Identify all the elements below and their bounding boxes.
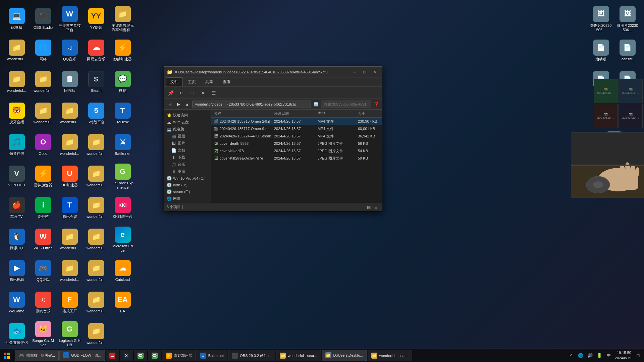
start-button[interactable] — [0, 349, 13, 362]
col-type[interactable]: 类型 — [315, 111, 355, 116]
sidebar-item-quick[interactable]: ⭐ 快速访问 — [164, 112, 211, 119]
undo-button[interactable]: ↩ — [177, 88, 186, 98]
taskbar-item-miaomiao[interactable]: ⚡ 奇妙加速器 — [162, 350, 196, 361]
sidebar-item-desktop[interactable]: 🖥 桌面 — [164, 168, 211, 175]
forward-button[interactable]: ▶ — [175, 101, 182, 108]
sidebar-item-doc[interactable]: 📄 文档 — [164, 147, 211, 154]
icon-wonderful15[interactable]: 📁 wonderful... — [84, 319, 109, 349]
icon-wonderful6[interactable]: 📁 wonderful... — [57, 130, 82, 160]
taskbar-item-steam-task[interactable]: S — [120, 350, 133, 361]
icon-todesk[interactable]: T ToDesk — [110, 99, 135, 129]
icon-appletv[interactable]: 🍎 苹果TV — [4, 193, 29, 223]
taskbar-item-wonderful2[interactable]: 📁 wonderful - sear... — [368, 350, 412, 361]
photo-thumb-1[interactable]: 📸 20240818-... — [594, 79, 618, 103]
sidebar-item-network[interactable]: 🌐 网络 — [164, 195, 211, 202]
properties-button[interactable]: ☰ — [209, 88, 218, 98]
icon-vgnhub[interactable]: V VGN HUB — [4, 162, 29, 192]
icon-chaogou[interactable]: ♫ 潮购音乐 — [31, 288, 56, 318]
icon-wonderful7[interactable]: 📁 wonderful... — [84, 130, 109, 160]
icon-tengxunssp[interactable]: ▶ 腾讯视频 — [4, 256, 29, 286]
icon-tengxun-hy[interactable]: T 腾讯会议 — [57, 193, 82, 223]
delete-button[interactable]: ✕ — [198, 88, 208, 98]
file-row-2[interactable]: 🎬 20240426-135724--4-KillStreakAchv-... … — [211, 132, 382, 140]
file-row-3[interactable]: 🖼 cover-death-5868 2024/4/26 13:57 JPEG … — [211, 140, 382, 147]
icon-wegame[interactable]: W WeGame — [4, 288, 29, 318]
taskbar-item-wonderful1[interactable]: 📁 wonderful - sear... — [276, 350, 321, 361]
icon-huya[interactable]: 🐯 虎牙直播 — [4, 99, 29, 129]
icon-kk[interactable]: KK! KK对战平台 — [110, 193, 135, 223]
tab-share[interactable]: 共享 — [201, 77, 218, 86]
photo-thumb-2[interactable]: 📸 20240818-... — [619, 79, 643, 103]
icon-wonderful4[interactable]: 📁 wonderful... — [31, 99, 56, 129]
icon-ningbo[interactable]: 📁 宁波新兴纪元汽车销售有... — [110, 4, 135, 34]
back-button[interactable]: ◀ — [166, 101, 173, 108]
icon-wonderful13[interactable]: 📁 wonderful... — [84, 256, 109, 286]
taskbar-item-weixin2[interactable]: 💬 — [148, 350, 161, 361]
icon-qqmusic[interactable]: ♫ QQ音乐 — [57, 36, 82, 66]
grid-view-button[interactable]: ⊞ — [373, 204, 379, 210]
col-size[interactable]: 大小 — [355, 111, 382, 116]
sidebar-item-pic[interactable]: 🖼 图片 — [164, 140, 211, 147]
taskbar-item-obs[interactable]: ⚫ OBS 29.0.2 (64-b... — [228, 350, 275, 361]
tab-home[interactable]: 主页 — [183, 77, 200, 86]
sidebar-item-wps[interactable]: ☁ WPS云盘 — [164, 119, 211, 126]
tray-volume-icon[interactable]: 🔊 — [587, 352, 593, 359]
icon-ea[interactable]: EA EA — [110, 288, 135, 318]
sidebar-item-video[interactable]: 📹 视频 — [164, 133, 211, 140]
tray-chevron[interactable]: ^ — [568, 352, 575, 359]
sidebar-item-music[interactable]: 🎵 音乐 — [164, 161, 211, 168]
file-row-5[interactable]: 🖼 cover-KillStreakAchv-7d7e 2024/4/26 13… — [211, 155, 382, 162]
redo-button[interactable]: ↪ — [187, 88, 197, 98]
icon-logitechg[interactable]: G Logitech G HUB — [57, 319, 82, 349]
icon-wanmei[interactable]: W 完美世界竞技平台 — [57, 4, 82, 34]
icon-wonderful8[interactable]: 📁 wonderful... — [84, 162, 109, 192]
taskbar-item-darkcore[interactable]: 🎮 暗黑核 - 暗黑破... — [15, 350, 59, 361]
icon-miaomiao[interactable]: ⚡ 妙妙加速器 — [110, 36, 135, 66]
sidebar-item-win10[interactable]: 💽 Win 10 Pro x64 (C:) — [164, 175, 211, 182]
help-button[interactable]: ❓ — [373, 101, 380, 108]
icon-wonderful11[interactable]: 📁 wonderful... — [84, 225, 109, 255]
icon-tengxunqq[interactable]: 🐧 腾讯QQ — [4, 225, 29, 255]
icon-qidong[interactable]: 📄 启动项 — [588, 36, 613, 66]
icon-canshu[interactable]: 📄 canshu — [615, 36, 640, 66]
icon-wonderful3[interactable]: 📁 wonderful... — [31, 67, 56, 97]
icon-battlenet[interactable]: ⚔ Battle.net — [110, 130, 135, 160]
tray-network-icon[interactable]: 🌐 — [577, 352, 584, 359]
icon-5v5[interactable]: 5 5对战平台 — [84, 99, 109, 129]
tray-battery-icon[interactable]: 🔋 — [596, 352, 603, 359]
taskbar-item-netease[interactable]: ☁ — [106, 350, 119, 361]
icon-wonderful14[interactable]: 📁 wonderful... — [84, 288, 109, 318]
sidebar-item-download[interactable]: ⬇ 下载 — [164, 154, 211, 161]
tab-view[interactable]: 查看 — [218, 77, 235, 86]
icon-uu[interactable]: U UU加速器 — [57, 162, 82, 192]
close-button[interactable]: ✕ — [370, 69, 379, 75]
icon-obs[interactable]: ⚫ OBS Studio — [31, 4, 56, 34]
icon-wonderful1[interactable]: 📁 wonderful... — [4, 36, 29, 66]
icon-steam[interactable]: S Steam — [84, 67, 109, 97]
icon-edge[interactable]: e Microsoft Edge — [110, 225, 135, 255]
icon-weitutu2[interactable]: 🖼 微图片20230506... — [615, 4, 640, 34]
icon-wonderful10[interactable]: 📁 wonderful... — [57, 225, 82, 255]
pin-button[interactable]: 📌 — [166, 88, 175, 98]
file-row-4[interactable]: 🖼 cover-kill-ed78 2024/4/26 13:57 JPEG 图… — [211, 147, 382, 155]
col-date[interactable]: 修改日期 — [271, 111, 315, 116]
icon-weitutu1[interactable]: 🖼 微图片20230505... — [588, 4, 613, 34]
col-name[interactable]: 名称 — [211, 111, 271, 116]
up-button[interactable]: ▲ — [183, 101, 191, 108]
icon-diandianao[interactable]: 💻 此电脑 — [4, 4, 29, 34]
photo-thumb-4[interactable]: 📸 20240429-... — [619, 104, 643, 128]
file-row-1[interactable]: 🎬 20240426-135717-Omen-9-death-45ff 2024… — [211, 125, 382, 132]
sidebar-item-steam-drive[interactable]: 💽 steam (E:) — [164, 188, 211, 195]
icon-geforce[interactable]: G GeForce Experience — [110, 162, 135, 192]
sidebar-item-thispc[interactable]: 💻 此电脑 — [164, 126, 211, 133]
icon-wps[interactable]: W WPS Office — [31, 225, 56, 255]
icon-qqgame[interactable]: 🎮 QQ游戏 — [31, 256, 56, 286]
icon-weixin[interactable]: 💬 微信 — [110, 67, 135, 97]
refresh-button[interactable]: 🔄 — [312, 101, 320, 108]
icon-geciyiku[interactable]: F 格式工厂 — [57, 288, 82, 318]
maximize-button[interactable]: □ — [360, 69, 369, 75]
minimize-button[interactable]: ─ — [350, 69, 359, 75]
list-view-button[interactable]: ▤ — [365, 204, 372, 210]
tray-clock[interactable]: 19:15:50 2024/8/19 — [615, 350, 631, 361]
taskbar-item-desktop[interactable]: 📁 D:\Users\Deskto... — [322, 350, 367, 361]
